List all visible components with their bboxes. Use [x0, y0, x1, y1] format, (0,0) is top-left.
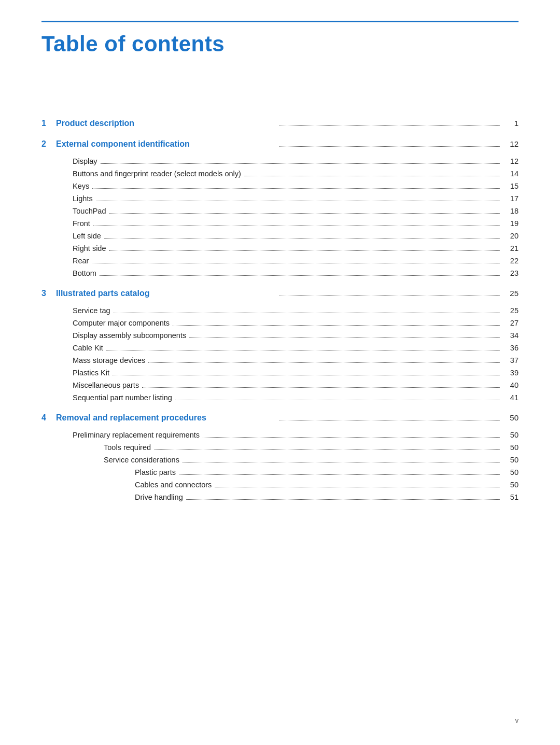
toc-item-label-4-2: Service considerations — [104, 456, 179, 464]
toc-item-page-4-2: 50 — [503, 456, 519, 464]
toc-item-2-9[interactable]: Bottom23 — [41, 269, 519, 277]
toc-item-2-1[interactable]: Buttons and fingerprint reader (select m… — [41, 170, 519, 178]
toc-item-page-2-3: 17 — [503, 194, 519, 203]
toc-item-3-2[interactable]: Display assembly subcomponents34 — [41, 331, 519, 340]
toc-item-page-2-6: 20 — [503, 232, 519, 240]
toc-item-page-2-0: 12 — [503, 157, 519, 165]
toc-item-label-2-1: Buttons and fingerprint reader (select m… — [73, 170, 241, 178]
toc-item-label-2-3: Lights — [73, 194, 93, 203]
toc-item-label-4-4: Cables and connectors — [135, 481, 212, 489]
toc-item-dots-4-5 — [186, 499, 500, 500]
toc-item-dots-2-7 — [109, 250, 500, 251]
toc-chapter-title-2: External component identification — [56, 139, 276, 149]
toc-chapter-4[interactable]: 4Removal and replacement procedures50 — [41, 413, 519, 423]
toc-section-3: 3Illustrated parts catalog25Service tag2… — [41, 289, 519, 402]
toc-section-1: 1Product description1 — [41, 119, 519, 128]
toc-item-page-2-5: 19 — [503, 219, 519, 228]
toc-item-4-0[interactable]: Preliminary replacement requirements50 — [41, 431, 519, 439]
toc-item-page-4-5: 51 — [503, 493, 519, 501]
toc-item-dots-4-0 — [203, 437, 500, 438]
toc-chapter-dots-3 — [279, 296, 500, 296]
toc-chapter-title-1: Product description — [56, 119, 276, 128]
toc-chapter-title-3: Illustrated parts catalog — [56, 289, 276, 298]
toc-item-dots-3-5 — [113, 375, 500, 375]
toc-item-dots-2-2 — [92, 188, 500, 189]
toc-item-3-5[interactable]: Plastics Kit39 — [41, 369, 519, 377]
toc-item-2-0[interactable]: Display12 — [41, 157, 519, 165]
toc-item-label-3-2: Display assembly subcomponents — [73, 331, 186, 340]
toc-item-3-3[interactable]: Cable Kit36 — [41, 344, 519, 352]
toc-item-2-3[interactable]: Lights17 — [41, 194, 519, 203]
toc-chapter-num-3: 3 — [41, 289, 56, 298]
toc-chapter-title-4: Removal and replacement procedures — [56, 413, 276, 423]
top-rule — [41, 21, 519, 22]
toc-item-dots-4-3 — [179, 474, 500, 475]
toc-item-label-2-0: Display — [73, 157, 97, 165]
toc-chapter-dots-1 — [279, 125, 500, 126]
toc-item-2-2[interactable]: Keys15 — [41, 182, 519, 190]
toc-item-3-1[interactable]: Computer major components27 — [41, 319, 519, 327]
toc-item-dots-2-6 — [104, 238, 500, 238]
toc-chapter-page-2: 12 — [503, 139, 519, 148]
toc-item-page-4-4: 50 — [503, 481, 519, 489]
toc-chapter-page-4: 50 — [503, 413, 519, 422]
toc-chapter-num-4: 4 — [41, 413, 56, 423]
toc-item-label-4-5: Drive handling — [135, 493, 183, 501]
toc-item-label-2-4: TouchPad — [73, 207, 106, 215]
toc-item-page-4-0: 50 — [503, 431, 519, 439]
toc-chapter-num-2: 2 — [41, 139, 56, 149]
toc-item-dots-4-2 — [183, 462, 500, 462]
toc-item-page-3-6: 40 — [503, 381, 519, 389]
toc-item-dots-3-1 — [173, 325, 500, 326]
toc-item-page-3-0: 25 — [503, 306, 519, 315]
toc-item-dots-3-7 — [175, 400, 500, 400]
toc-item-page-2-8: 22 — [503, 257, 519, 265]
toc-item-dots-3-4 — [148, 362, 500, 363]
toc-chapter-num-1: 1 — [41, 119, 56, 128]
toc-item-page-4-1: 50 — [503, 443, 519, 452]
toc-chapter-page-3: 25 — [503, 289, 519, 298]
toc-chapter-3[interactable]: 3Illustrated parts catalog25 — [41, 289, 519, 298]
toc-item-2-8[interactable]: Rear22 — [41, 257, 519, 265]
toc-item-label-3-0: Service tag — [73, 306, 110, 315]
toc-chapter-page-1: 1 — [503, 119, 519, 128]
toc-item-dots-2-0 — [101, 163, 500, 164]
toc-chapter-1[interactable]: 1Product description1 — [41, 119, 519, 128]
toc-item-4-4[interactable]: Cables and connectors50 — [41, 481, 519, 489]
toc-item-label-2-8: Rear — [73, 257, 89, 265]
toc-chapter-2[interactable]: 2External component identification12 — [41, 139, 519, 149]
footer-page-number: v — [515, 716, 519, 724]
toc-item-2-6[interactable]: Left side20 — [41, 232, 519, 240]
toc-section-4: 4Removal and replacement procedures50Pre… — [41, 413, 519, 501]
toc-item-4-2[interactable]: Service considerations50 — [41, 456, 519, 464]
toc-item-label-3-4: Mass storage devices — [73, 356, 145, 364]
toc-item-page-3-5: 39 — [503, 369, 519, 377]
toc-item-page-2-9: 23 — [503, 269, 519, 277]
toc-item-3-4[interactable]: Mass storage devices37 — [41, 356, 519, 364]
toc-item-dots-4-4 — [215, 487, 500, 487]
toc-item-2-4[interactable]: TouchPad18 — [41, 207, 519, 215]
toc-content: 1Product description12External component… — [41, 119, 519, 501]
toc-item-4-5[interactable]: Drive handling51 — [41, 493, 519, 501]
toc-item-dots-3-0 — [114, 313, 500, 313]
toc-item-3-6[interactable]: Miscellaneous parts40 — [41, 381, 519, 389]
toc-item-label-3-3: Cable Kit — [73, 344, 103, 352]
toc-item-dots-2-3 — [96, 201, 500, 201]
toc-item-dots-2-1 — [244, 176, 500, 176]
toc-item-page-3-7: 41 — [503, 393, 519, 402]
toc-item-page-2-7: 21 — [503, 244, 519, 252]
toc-item-2-5[interactable]: Front19 — [41, 219, 519, 228]
toc-item-label-3-5: Plastics Kit — [73, 369, 109, 377]
toc-item-dots-3-2 — [189, 338, 500, 338]
toc-item-dots-3-3 — [106, 350, 500, 350]
toc-chapter-dots-4 — [279, 420, 500, 420]
toc-item-2-7[interactable]: Right side21 — [41, 244, 519, 252]
toc-section-2: 2External component identification12Disp… — [41, 139, 519, 277]
toc-item-3-0[interactable]: Service tag25 — [41, 306, 519, 315]
toc-item-page-3-1: 27 — [503, 319, 519, 327]
toc-item-label-2-6: Left side — [73, 232, 101, 240]
toc-item-dots-3-6 — [142, 387, 500, 388]
toc-item-3-7[interactable]: Sequential part number listing41 — [41, 393, 519, 402]
toc-item-4-1[interactable]: Tools required50 — [41, 443, 519, 452]
toc-item-4-3[interactable]: Plastic parts50 — [41, 468, 519, 476]
